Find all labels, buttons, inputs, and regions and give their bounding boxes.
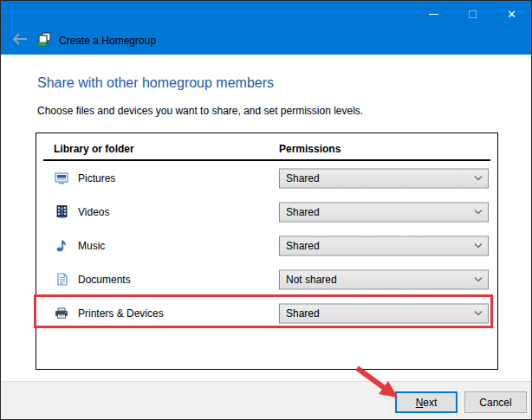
page-title: Create a Homegroup [59, 35, 156, 47]
row-label: Pictures [78, 172, 115, 184]
column-header-library: Library or folder [54, 143, 134, 155]
next-button[interactable]: Next [395, 391, 457, 413]
content-area: Share with other homegroup members Choos… [1, 55, 531, 383]
table-row-documents: Documents Not shared [36, 262, 497, 296]
next-button-label: Next [416, 397, 438, 409]
description-text: Choose files and devices you want to sha… [37, 105, 363, 117]
column-header-permissions: Permissions [279, 143, 341, 155]
homegroup-icon [37, 32, 52, 50]
cancel-button[interactable]: Cancel [464, 391, 527, 413]
chevron-down-icon [469, 243, 488, 249]
cancel-button-label: Cancel [479, 397, 511, 409]
table-row-videos: Videos Shared [36, 195, 497, 229]
permission-dropdown-music[interactable]: Shared [279, 236, 489, 255]
printer-icon [54, 306, 69, 321]
titlebar: ✕ [1, 1, 531, 27]
sharing-table: Library or folder Permissions Pictures S… [36, 132, 498, 370]
permission-dropdown-videos[interactable]: Shared [279, 202, 489, 222]
dropdown-value: Shared [280, 240, 469, 252]
row-label: Printers & Devices [78, 307, 164, 320]
main-heading: Share with other homegroup members [37, 75, 274, 91]
dropdown-value: Shared [280, 307, 469, 320]
maximize-icon [469, 10, 477, 18]
row-label: Videos [78, 206, 109, 218]
create-homegroup-window: ✕ Create a Homegroup Share with other ho… [0, 0, 532, 420]
videos-icon [54, 204, 69, 220]
music-icon [54, 238, 69, 254]
close-button[interactable]: ✕ [492, 1, 531, 27]
back-arrow-icon [12, 33, 28, 45]
permission-dropdown-printers-devices[interactable]: Shared [279, 303, 489, 323]
table-row-pictures: Pictures Shared [36, 161, 497, 195]
minimize-icon [429, 14, 438, 15]
dropdown-value: Shared [280, 172, 469, 184]
permission-dropdown-pictures[interactable]: Shared [279, 168, 489, 188]
footer-bar: Next Cancel [1, 381, 531, 419]
close-icon: ✕ [507, 9, 516, 20]
chevron-down-icon [469, 176, 488, 181]
chevron-down-icon [469, 210, 488, 215]
row-label: Music [78, 240, 105, 252]
row-label: Documents [78, 274, 131, 286]
documents-icon [54, 272, 69, 288]
dropdown-value: Shared [280, 206, 469, 218]
chevron-down-icon [469, 277, 488, 282]
dropdown-value: Not shared [280, 274, 469, 286]
pictures-icon [54, 171, 69, 186]
table-row-music: Music Shared [36, 229, 497, 262]
chevron-down-icon [469, 311, 488, 316]
back-button[interactable] [11, 33, 29, 48]
minimize-button[interactable] [414, 1, 453, 27]
table-row-printers-devices: Printers & Devices Shared [36, 296, 497, 330]
permission-dropdown-documents[interactable]: Not shared [279, 269, 489, 289]
maximize-button[interactable] [453, 1, 492, 27]
nav-header: Create a Homegroup [1, 27, 531, 55]
